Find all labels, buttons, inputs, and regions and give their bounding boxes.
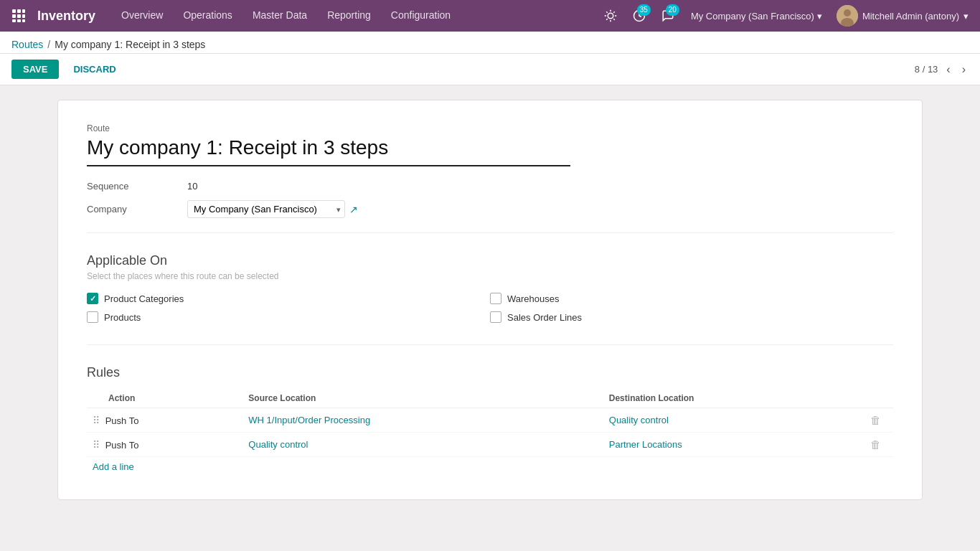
company-external-link-icon[interactable]: ↗ xyxy=(349,204,358,215)
menu-master-data[interactable]: Master Data xyxy=(244,0,316,32)
company-selector[interactable]: My Company (San Francisco) ▾ xyxy=(685,11,828,22)
applicable-on-subtitle: Select the places where this route can b… xyxy=(87,271,893,281)
rules-section: Rules Action Source Location Destination… xyxy=(87,365,893,476)
form-fields: Sequence 10 Company My Company (San Fran… xyxy=(87,181,893,218)
rules-title: Rules xyxy=(87,365,893,380)
messages-btn[interactable]: 20 xyxy=(656,4,679,27)
bug-icon-btn[interactable] xyxy=(599,4,622,27)
delete-rule-icon[interactable]: 🗑 xyxy=(870,438,881,451)
col-source: Source Location xyxy=(242,389,603,408)
applicable-on-section: Applicable On Select the places where th… xyxy=(87,253,893,330)
svg-rect-2 xyxy=(22,9,25,13)
svg-point-12 xyxy=(844,9,851,17)
menu-overview[interactable]: Overview xyxy=(113,0,171,32)
company-name: My Company (San Francisco) xyxy=(691,11,814,22)
applicable-right-col: Warehouses Sales Order Lines xyxy=(490,293,893,330)
user-avatar xyxy=(837,5,858,27)
rule-action[interactable]: Push To xyxy=(105,440,139,451)
company-dropdown-icon: ▾ xyxy=(817,11,822,22)
pagination-next[interactable]: › xyxy=(959,62,969,77)
svg-rect-7 xyxy=(17,19,21,22)
warehouses-row: Warehouses xyxy=(490,293,893,304)
warehouses-checkbox[interactable] xyxy=(490,293,501,304)
warehouses-label: Warehouses xyxy=(507,293,560,304)
breadcrumb-bar: Routes / My company 1: Receipt in 3 step… xyxy=(0,32,980,54)
table-row: ⠿ Push To Quality control Partner Locati… xyxy=(87,433,893,457)
grid-menu-icon[interactable] xyxy=(9,6,29,26)
products-checkbox[interactable] xyxy=(87,311,98,323)
route-label: Route xyxy=(87,123,893,133)
applicable-on-title: Applicable On xyxy=(87,253,893,268)
applicable-grid: Product Categories Products Warehouses xyxy=(87,293,893,330)
product-categories-checkbox[interactable] xyxy=(87,293,98,304)
drag-handle-icon[interactable]: ⠿ xyxy=(93,439,100,451)
form-title[interactable]: My company 1: Receipt in 3 steps xyxy=(87,136,570,166)
sequence-row: Sequence 10 xyxy=(87,181,893,192)
rule-delete-cell: 🗑 xyxy=(864,408,893,433)
rule-source-cell: Quality control xyxy=(242,433,603,457)
discard-button[interactable]: DISCARD xyxy=(65,60,124,79)
applicable-left-col: Product Categories Products xyxy=(87,293,490,330)
rule-action[interactable]: Push To xyxy=(105,415,139,426)
rule-source-cell: WH 1/Input/Order Processing xyxy=(242,408,603,433)
svg-rect-8 xyxy=(22,19,25,22)
form-card: Route My company 1: Receipt in 3 steps S… xyxy=(57,100,923,500)
delete-rule-icon[interactable]: 🗑 xyxy=(870,414,881,426)
menu-configuration[interactable]: Configuration xyxy=(382,0,459,32)
main-content: Route My company 1: Receipt in 3 steps S… xyxy=(0,85,980,514)
breadcrumb-separator: / xyxy=(47,39,50,50)
rule-action-cell: ⠿ Push To xyxy=(87,433,242,457)
rule-action-cell: ⠿ Push To xyxy=(87,408,242,433)
svg-rect-6 xyxy=(12,19,16,22)
sequence-label: Sequence xyxy=(87,181,187,192)
svg-rect-3 xyxy=(12,14,16,18)
company-select[interactable]: My Company (San Francisco) xyxy=(187,200,345,218)
svg-rect-1 xyxy=(17,9,21,13)
rule-destination-link[interactable]: Partner Locations xyxy=(609,439,682,450)
action-bar: SAVE DISCARD 8 / 13 ‹ › xyxy=(0,54,980,85)
company-select-wrapper: My Company (San Francisco) ↗ xyxy=(187,200,358,218)
add-line-button[interactable]: Add a line xyxy=(87,457,140,476)
user-menu[interactable]: Mitchell Admin (antony) ▾ xyxy=(834,5,971,27)
sequence-value[interactable]: 10 xyxy=(187,181,197,192)
app-name: Inventory xyxy=(37,9,95,24)
rule-source-link[interactable]: Quality control xyxy=(248,439,308,450)
sales-order-lines-row: Sales Order Lines xyxy=(490,311,893,323)
sales-order-lines-checkbox[interactable] xyxy=(490,311,501,323)
menu-reporting[interactable]: Reporting xyxy=(319,0,380,32)
rules-table: Action Source Location Destination Locat… xyxy=(87,389,893,457)
pagination: 8 / 13 ‹ › xyxy=(915,62,969,77)
rule-destination-link[interactable]: Quality control xyxy=(609,415,669,425)
rule-dest-cell: Quality control xyxy=(603,408,864,433)
company-row: Company My Company (San Francisco) ↗ xyxy=(87,200,893,218)
company-select-container: My Company (San Francisco) xyxy=(187,200,345,218)
table-row: ⠿ Push To WH 1/Input/Order Processing Qu… xyxy=(87,408,893,433)
product-categories-row: Product Categories xyxy=(87,293,490,304)
breadcrumb-parent[interactable]: Routes xyxy=(11,39,43,50)
rule-source-link[interactable]: WH 1/Input/Order Processing xyxy=(248,415,370,425)
svg-rect-0 xyxy=(12,9,16,13)
sales-order-lines-label: Sales Order Lines xyxy=(507,312,582,323)
breadcrumb-current: My company 1: Receipt in 3 steps xyxy=(55,39,205,50)
clock-notifications-btn[interactable]: 35 xyxy=(628,4,651,27)
products-label: Products xyxy=(104,312,141,323)
rule-dest-cell: Partner Locations xyxy=(603,433,864,457)
product-categories-label: Product Categories xyxy=(104,293,184,304)
main-menu: Overview Operations Master Data Reportin… xyxy=(113,0,599,32)
company-label: Company xyxy=(87,204,187,215)
pagination-label: 8 / 13 xyxy=(915,64,938,75)
topnav-right: 35 20 My Company (San Francisco) ▾ Mitch… xyxy=(599,4,971,27)
svg-rect-5 xyxy=(22,14,25,18)
drag-handle-icon[interactable]: ⠿ xyxy=(93,415,100,426)
col-destination: Destination Location xyxy=(603,389,864,408)
save-button[interactable]: SAVE xyxy=(11,60,59,79)
menu-operations[interactable]: Operations xyxy=(174,0,240,32)
col-action: Action xyxy=(87,389,242,408)
user-name: Mitchell Admin (antony) xyxy=(862,11,959,22)
pagination-prev[interactable]: ‹ xyxy=(943,62,953,77)
section-divider-2 xyxy=(87,344,893,345)
top-navigation: Inventory Overview Operations Master Dat… xyxy=(0,0,980,32)
messages-badge: 20 xyxy=(666,4,679,16)
svg-rect-4 xyxy=(17,14,21,18)
products-row: Products xyxy=(87,311,490,323)
